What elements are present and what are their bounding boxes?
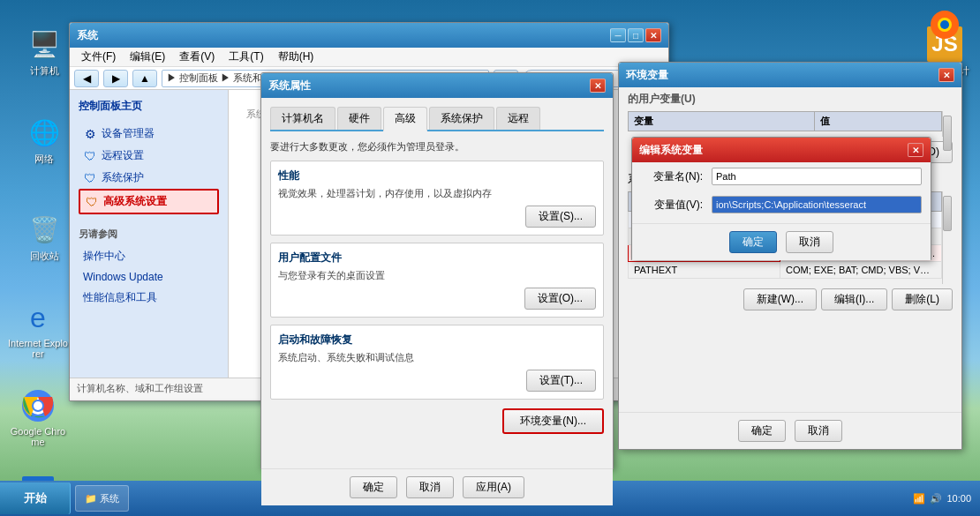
menu-bar: 文件(F) 编辑(E) 查看(V) 工具(T) 帮助(H) (70, 48, 668, 67)
sys-prop-ok-button[interactable]: 确定 (350, 476, 397, 498)
sys-prop-title: 系统属性 (268, 79, 588, 93)
user-vars-title: 的用户变量(U) (628, 92, 953, 107)
var-name-row: 变量名(N): (632, 162, 931, 191)
sidebar-item-devices[interactable]: ⚙ 设备管理器 (79, 123, 219, 145)
desktop-icon-firefox[interactable] (914, 7, 976, 42)
sidebar-item-remote[interactable]: 🛡 远程设置 (79, 145, 219, 167)
env-cancel-button[interactable]: 取消 (795, 420, 842, 442)
sys-prop-dialog: 系统属性 ✕ 计算机名 硬件 高级 系统保护 远程 要进行大多数更改，您必须作为… (260, 72, 614, 469)
close-button[interactable]: ✕ (645, 28, 661, 42)
desktop-icon-chrome[interactable]: Google Chrome (7, 388, 69, 447)
desktop-icon-recycle[interactable]: 🗑️ 回收站 (13, 212, 75, 263)
user-profiles-settings-button[interactable]: 设置(O)... (524, 288, 596, 310)
sys-prop-close-button[interactable]: ✕ (590, 79, 606, 93)
desktop-icon-ie[interactable]: e Internet Explorer (7, 300, 69, 359)
performance-title: 性能 (278, 168, 596, 183)
var-value-row: 变量值(V): (632, 191, 931, 219)
control-panel-title: 系统 (77, 28, 608, 43)
system-vars-scrollbar[interactable] (942, 191, 953, 284)
network-icon: 🌐 (26, 115, 62, 150)
sidebar-item-windows-update[interactable]: Windows Update (79, 267, 219, 287)
var-name-pathext: PATHEXT (629, 262, 780, 279)
scrollbar-thumb (943, 116, 952, 151)
startup-section: 启动和故障恢复 系统启动、系统失败和调试信息 设置(T)... (270, 325, 604, 400)
edit-cancel-button[interactable]: 取消 (786, 231, 833, 253)
system-scrollbar-thumb (943, 196, 952, 231)
also-see-section: 另请参阅 操作中心 Windows Update 性能信息和工具 (79, 228, 219, 309)
tab-advanced[interactable]: 高级 (383, 107, 427, 131)
taskbar-item-explorer[interactable]: 📁 系统 (75, 485, 129, 512)
env-titlebar: 环境变量 ✕ (619, 63, 961, 87)
performance-settings-button[interactable]: 设置(S)... (525, 206, 596, 228)
sidebar-item-performance[interactable]: 性能信息和工具 (79, 287, 219, 309)
volume-tray-icon: 🔊 (930, 493, 942, 505)
tab-system-protection[interactable]: 系统保护 (429, 107, 494, 130)
edit-close-button[interactable]: ✕ (908, 143, 923, 157)
startup-desc: 系统启动、系统失败和调试信息 (278, 351, 596, 364)
menu-tools[interactable]: 工具(T) (222, 48, 270, 66)
time-display: 10:00 (946, 493, 971, 504)
env-variables-button[interactable]: 环境变量(N)... (502, 408, 604, 434)
tab-bar: 计算机名 硬件 高级 系统保护 远程 (270, 107, 604, 131)
back-button[interactable]: ◀ (74, 70, 99, 87)
svg-point-3 (34, 401, 42, 410)
chrome-icon (20, 388, 56, 423)
menu-view[interactable]: 查看(V) (172, 48, 222, 66)
sys-prop-content: 计算机名 硬件 高级 系统保护 远程 要进行大多数更改，您必须作为管理员登录。 … (261, 98, 613, 468)
sys-prop-apply-button[interactable]: 应用(A) (463, 476, 524, 498)
tab-computer-name[interactable]: 计算机名 (270, 107, 335, 130)
user-profiles-section: 用户配置文件 与您登录有关的桌面设置 设置(O)... (270, 243, 604, 318)
ie-icon: e (20, 300, 56, 335)
performance-desc: 视觉效果，处理器计划，内存使用，以及虚拟内存 (278, 187, 596, 200)
start-button[interactable]: 开始 (0, 482, 71, 514)
up-button[interactable]: ▲ (132, 70, 157, 87)
menu-edit[interactable]: 编辑(E) (123, 48, 172, 66)
edit-titlebar: 编辑系统变量 ✕ (632, 138, 931, 162)
sidebar-item-advanced[interactable]: 🛡 高级系统设置 (79, 189, 219, 214)
desktop: 🖥️ 计算机 🌐 网络 🗑️ 回收站 e Internet Explorer G… (0, 0, 980, 481)
sys-new-button[interactable]: 新建(W)... (743, 288, 817, 310)
tab-remote[interactable]: 远程 (496, 107, 540, 130)
var-name-input[interactable] (712, 168, 922, 185)
sidebar-item-protection[interactable]: 🛡 系统保护 (79, 167, 219, 189)
startup-settings-button[interactable]: 设置(T)... (526, 370, 596, 392)
sys-prop-titlebar: 系统属性 ✕ (261, 73, 613, 98)
desktop-icon-computer[interactable]: 🖥️ 计算机 (13, 26, 75, 78)
user-profiles-title: 用户配置文件 (278, 251, 596, 265)
env-ok-button[interactable]: 确定 (738, 420, 786, 442)
performance-section: 性能 视觉效果，处理器计划，内存使用，以及虚拟内存 设置(S)... (270, 161, 604, 236)
forward-button[interactable]: ▶ (103, 70, 128, 87)
advanced-icon: 🛡 (85, 195, 99, 209)
var-value-input[interactable] (712, 196, 922, 213)
desktop-icon-network[interactable]: 🌐 网络 (13, 115, 75, 166)
system-vars-buttons: 新建(W)... 编辑(I)... 删除(L) (628, 288, 953, 310)
svg-point-6 (940, 20, 949, 29)
env-close-button[interactable]: ✕ (939, 68, 954, 82)
remote-icon: 🛡 (83, 149, 97, 163)
user-profiles-desc: 与您登录有关的桌面设置 (278, 269, 596, 282)
user-vars-scrollbar[interactable] (942, 111, 953, 137)
sidebar-item-action-center[interactable]: 操作中心 (79, 245, 219, 267)
minimize-button[interactable]: ─ (610, 28, 626, 42)
env-footer: 确定 取消 (619, 412, 961, 449)
sys-delete-button[interactable]: 删除(L) (892, 288, 953, 310)
also-see-title: 另请参阅 (79, 228, 219, 241)
maximize-button[interactable]: □ (628, 28, 644, 42)
system-var-row-pathext[interactable]: PATHEXT COM; EXE; BAT; CMD; VBS; VBR; (629, 262, 942, 279)
edit-footer: 确定 取消 (632, 223, 931, 260)
sys-edit-button[interactable]: 编辑(I)... (821, 288, 887, 310)
menu-file[interactable]: 文件(F) (74, 48, 123, 66)
env-btn-container: 环境变量(N)... (270, 408, 604, 434)
edit-content: 变量名(N): 变量值(V): 确定 取消 (632, 162, 931, 259)
edit-ok-button[interactable]: 确定 (729, 231, 777, 253)
network-tray-icon: 📶 (913, 493, 925, 505)
firefox-icon (927, 7, 962, 42)
var-name-label: 变量名(N): (641, 169, 703, 184)
cp-sidebar: 控制面板主页 ⚙ 设备管理器 🛡 远程设置 🛡 系统保护 🛡 高级系统设置 (70, 90, 229, 378)
recycle-icon: 🗑️ (26, 212, 62, 247)
sys-prop-cancel-button[interactable]: 取消 (406, 476, 454, 498)
control-panel-titlebar: 系统 ─ □ ✕ (70, 23, 668, 48)
menu-help[interactable]: 帮助(H) (271, 48, 321, 66)
tab-hardware[interactable]: 硬件 (337, 107, 381, 130)
env-title: 环境变量 (626, 68, 937, 83)
